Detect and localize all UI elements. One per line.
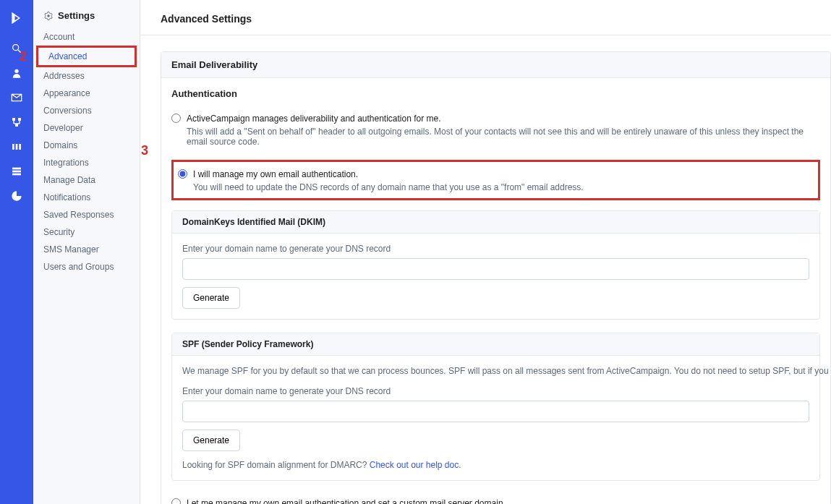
spf-help-link[interactable]: Check out our help doc [370, 460, 459, 470]
svg-rect-9 [12, 144, 14, 150]
sidebar-item-security[interactable]: Security [33, 223, 140, 241]
sidebar-item-users-groups[interactable]: Users and Groups [33, 258, 140, 276]
auth-heading: Authentication [171, 88, 820, 99]
radio-label: I will manage my own email authenticatio… [193, 168, 584, 181]
reports-icon[interactable] [6, 185, 27, 207]
svg-rect-4 [18, 118, 21, 121]
svg-point-0 [13, 45, 19, 51]
radio-label: ActiveCampaign manages deliverability an… [187, 112, 820, 125]
svg-rect-11 [19, 144, 21, 150]
radio-desc: You will need to update the DNS records … [193, 182, 584, 192]
svg-point-20 [47, 14, 50, 17]
dkim-domain-input[interactable] [182, 258, 809, 280]
spf-help: Looking for SPF domain alignment for DMA… [182, 460, 809, 470]
svg-rect-13 [12, 171, 21, 173]
spf-label: Enter your domain name to generate your … [182, 386, 809, 396]
panel-title: Email Deliverability [161, 52, 830, 78]
sidebar-item-appearance[interactable]: Appearance [33, 85, 140, 102]
automations-icon[interactable] [6, 111, 27, 133]
dkim-generate-button[interactable]: Generate [182, 287, 240, 309]
svg-point-2 [14, 69, 18, 73]
sidebar-item-advanced[interactable]: Advanced [38, 48, 135, 65]
nav-rail [0, 0, 33, 504]
dkim-panel: DomainKeys Identified Mail (DKIM) Enter … [171, 210, 820, 320]
logo-icon[interactable] [6, 7, 27, 29]
contacts-icon[interactable] [6, 62, 27, 84]
spf-desc: We manage SPF for you by default so that… [182, 366, 809, 376]
svg-rect-14 [12, 174, 21, 176]
sidebar-item-sms-manager[interactable]: SMS Manager [33, 241, 140, 258]
sidebar-item-domains[interactable]: Domains [33, 137, 140, 154]
email-deliverability-panel: Email Deliverability Authentication Acti… [161, 51, 831, 504]
spf-title: SPF (Sender Policy Framework) [172, 333, 819, 356]
svg-rect-10 [16, 144, 18, 150]
sidebar-item-integrations[interactable]: Integrations [33, 154, 140, 171]
dkim-label: Enter your domain name to generate your … [182, 244, 809, 254]
radio-ac-manages[interactable] [171, 114, 181, 123]
page-title: Advanced Settings [140, 0, 831, 35]
auth-option-ac-manages[interactable]: ActiveCampaign manages deliverability an… [171, 109, 820, 150]
gear-icon [43, 11, 54, 21]
sidebar-item-addresses[interactable]: Addresses [33, 67, 140, 85]
sidebar-item-account[interactable]: Account [33, 28, 140, 46]
campaigns-icon[interactable] [6, 87, 27, 108]
auth-option-enterprise[interactable]: Let me manage my own email authenticatio… [171, 494, 820, 504]
svg-rect-12 [12, 168, 21, 170]
spf-panel: SPF (Sender Policy Framework) We manage … [171, 333, 820, 481]
sidebar-item-manage-data[interactable]: Manage Data [33, 171, 140, 189]
sidebar-list: Account Advanced Addresses Appearance Co… [33, 28, 140, 276]
sidebar-title: Settings [33, 10, 140, 28]
auth-option-self-manage[interactable]: I will manage my own email authenticatio… [178, 165, 814, 195]
sidebar-item-saved-responses[interactable]: Saved Responses [33, 206, 140, 223]
svg-rect-3 [12, 118, 15, 121]
sidebar-item-developer[interactable]: Developer [33, 119, 140, 137]
radio-desc: This will add a "Sent on behalf of" head… [187, 127, 820, 147]
main: Advanced Settings Email Deliverability A… [140, 0, 831, 504]
spf-generate-button[interactable]: Generate [182, 430, 240, 451]
lists-icon[interactable] [6, 161, 27, 182]
dkim-title: DomainKeys Identified Mail (DKIM) [172, 211, 819, 234]
sidebar-item-notifications[interactable]: Notifications [33, 189, 140, 206]
settings-sidebar: Settings Account Advanced Addresses Appe… [33, 0, 140, 504]
sidebar-item-conversions[interactable]: Conversions [33, 102, 140, 119]
annotation-2: 2 [20, 49, 27, 64]
radio-label: Let me manage my own email authenticatio… [187, 497, 820, 504]
annotation-3: 3 [141, 143, 148, 158]
deals-icon[interactable] [6, 136, 27, 158]
radio-self-manage[interactable] [178, 169, 187, 179]
radio-enterprise[interactable] [171, 498, 181, 504]
spf-domain-input[interactable] [182, 401, 809, 422]
